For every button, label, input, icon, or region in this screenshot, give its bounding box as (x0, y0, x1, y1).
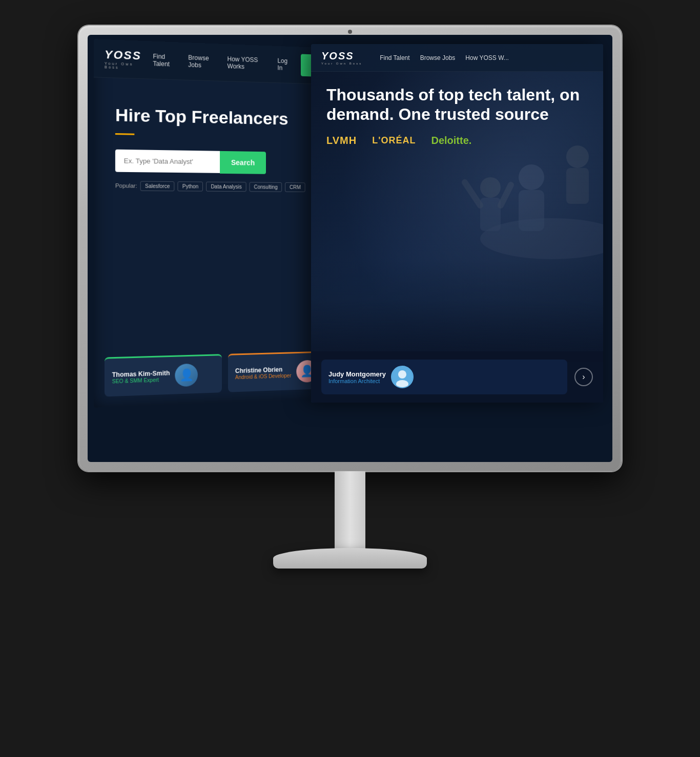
scene: YOSS Your Own Boss Find Talent Browse Jo… (0, 0, 700, 757)
tag-salesforce[interactable]: Salesforce (140, 181, 175, 191)
brand-loreal: L'ORÉAL (372, 135, 416, 146)
back-logo: YOSS Your Own Boss (105, 48, 142, 70)
brand-deloitte: Deloitte. (431, 135, 471, 146)
judy-name: Judy Montgomery (328, 370, 386, 378)
nav-login[interactable]: Log In (278, 57, 291, 72)
front-nav-links: Find Talent Browse Jobs How YOSS W... (380, 54, 509, 61)
tag-data-analysis[interactable]: Data Analysis (206, 181, 246, 192)
front-hero-content: Thousands of top tech talent, on demand.… (326, 85, 588, 146)
thomas-avatar (175, 364, 198, 387)
judy-avatar (391, 366, 414, 388)
front-card-judy[interactable]: Judy Montgomery Information Architect (321, 360, 567, 394)
svg-rect-6 (480, 198, 501, 231)
hero-title: Hire Top Freelancers (115, 104, 330, 130)
nav-how-works[interactable]: How YOSS Works (228, 55, 267, 71)
svg-rect-2 (519, 190, 544, 231)
brand-lvmh: LVMH (326, 135, 357, 146)
svg-point-10 (398, 370, 406, 379)
freelancer-card-thomas[interactable]: Thomas Kim-Smith SEO & SMM Expert (105, 354, 222, 396)
judy-avatar-svg (392, 367, 413, 387)
front-nav-browse-jobs[interactable]: Browse Jobs (420, 54, 456, 61)
brand-logos: LVMH L'ORÉAL Deloitte. (326, 135, 588, 146)
tag-python[interactable]: Python (178, 181, 203, 192)
front-screen: YOSS Your Own Boss Find Talent Browse Jo… (311, 44, 603, 403)
svg-rect-4 (566, 168, 589, 204)
judy-role: Information Architect (328, 378, 386, 384)
camera-dot (348, 30, 352, 34)
table-gradient (311, 259, 603, 362)
search-input[interactable] (115, 150, 220, 173)
svg-line-8 (501, 185, 511, 205)
nav-find-talent[interactable]: Find Talent (153, 53, 178, 68)
monitor-neck (335, 471, 365, 553)
tag-crm[interactable]: CRM (285, 182, 305, 192)
front-nav-find-talent[interactable]: Find Talent (380, 54, 409, 61)
front-screen-nav: YOSS Your Own Boss Find Talent Browse Jo… (311, 44, 603, 72)
search-bar: Search (115, 149, 330, 174)
svg-point-5 (480, 177, 501, 198)
monitor: YOSS Your Own Boss Find Talent Browse Jo… (78, 26, 622, 691)
next-arrow[interactable]: › (574, 368, 593, 386)
svg-line-7 (465, 182, 480, 205)
svg-point-3 (566, 145, 589, 168)
front-cards-strip: Judy Montgomery Information Architect (311, 351, 603, 403)
monitor-bezel: YOSS Your Own Boss Find Talent Browse Jo… (78, 26, 622, 471)
front-logo: YOSS Your Own Boss (321, 50, 362, 65)
monitor-screen-area: YOSS Your Own Boss Find Talent Browse Jo… (88, 35, 612, 462)
popular-tags: Popular: Salesforce Python Data Analysis… (115, 181, 330, 192)
front-hero-title: Thousands of top tech talent, on demand.… (326, 85, 588, 124)
hero-underline (115, 133, 134, 135)
front-nav-how-works[interactable]: How YOSS W... (465, 54, 508, 61)
tag-consulting[interactable]: Consulting (250, 182, 282, 192)
monitor-base (273, 548, 427, 569)
search-button[interactable]: Search (220, 151, 266, 174)
nav-browse-jobs[interactable]: Browse Jobs (188, 54, 217, 69)
popular-label: Popular: (115, 182, 137, 189)
svg-point-1 (519, 164, 544, 190)
front-hero-bg: Thousands of top tech talent, on demand.… (311, 44, 603, 403)
